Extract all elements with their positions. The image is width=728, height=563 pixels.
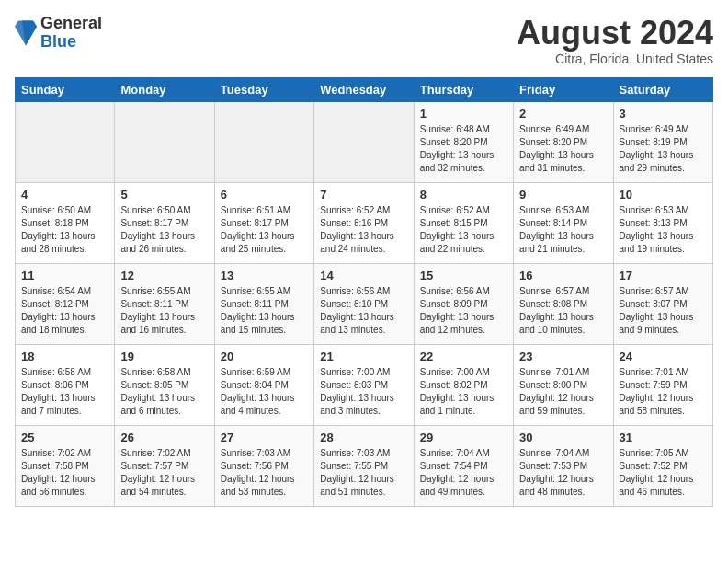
day-number: 14	[320, 269, 407, 282]
day-info: Sunrise: 6:50 AM Sunset: 8:18 PM Dayligh…	[21, 204, 108, 256]
calendar-week-row: 25Sunrise: 7:02 AM Sunset: 7:58 PM Dayli…	[16, 425, 713, 506]
calendar-day-cell: 29Sunrise: 7:04 AM Sunset: 7:54 PM Dayli…	[414, 425, 513, 506]
day-number: 12	[120, 269, 208, 282]
calendar-day-cell: 23Sunrise: 7:01 AM Sunset: 8:00 PM Dayli…	[514, 344, 613, 425]
day-number: 18	[21, 350, 108, 363]
day-info: Sunrise: 6:58 AM Sunset: 8:05 PM Dayligh…	[120, 366, 208, 418]
day-info: Sunrise: 6:52 AM Sunset: 8:16 PM Dayligh…	[320, 204, 407, 256]
calendar-day-cell: 10Sunrise: 6:53 AM Sunset: 8:13 PM Dayli…	[613, 182, 712, 263]
calendar-day-cell: 30Sunrise: 7:04 AM Sunset: 7:53 PM Dayli…	[514, 425, 613, 506]
calendar-day-cell: 14Sunrise: 6:56 AM Sunset: 8:10 PM Dayli…	[314, 263, 414, 344]
calendar-day-cell: 6Sunrise: 6:51 AM Sunset: 8:17 PM Daylig…	[214, 182, 313, 263]
calendar-day-cell: 12Sunrise: 6:55 AM Sunset: 8:11 PM Dayli…	[115, 263, 214, 344]
calendar-day-cell: 3Sunrise: 6:49 AM Sunset: 8:19 PM Daylig…	[613, 101, 712, 182]
day-info: Sunrise: 6:56 AM Sunset: 8:10 PM Dayligh…	[320, 285, 407, 337]
calendar-day-cell: 20Sunrise: 6:59 AM Sunset: 8:04 PM Dayli…	[214, 344, 313, 425]
day-info: Sunrise: 7:05 AM Sunset: 7:52 PM Dayligh…	[620, 447, 707, 499]
weekday-header: Monday	[115, 77, 214, 101]
calendar-day-cell	[115, 101, 214, 182]
day-number: 22	[420, 350, 507, 363]
day-info: Sunrise: 7:04 AM Sunset: 7:53 PM Dayligh…	[519, 447, 607, 499]
page-header: General Blue August 2024 Citra, Florida,…	[15, 15, 713, 66]
weekday-header: Friday	[514, 77, 613, 101]
title-block: August 2024 Citra, Florida, United State…	[517, 15, 713, 66]
day-number: 4	[21, 188, 108, 201]
day-info: Sunrise: 6:55 AM Sunset: 8:11 PM Dayligh…	[120, 285, 208, 337]
calendar-week-row: 4Sunrise: 6:50 AM Sunset: 8:18 PM Daylig…	[16, 182, 713, 263]
day-info: Sunrise: 6:52 AM Sunset: 8:15 PM Dayligh…	[420, 204, 507, 256]
day-number: 11	[21, 269, 108, 282]
calendar-day-cell: 24Sunrise: 7:01 AM Sunset: 7:59 PM Dayli…	[613, 344, 712, 425]
day-info: Sunrise: 6:54 AM Sunset: 8:12 PM Dayligh…	[21, 285, 108, 337]
calendar-table: SundayMondayTuesdayWednesdayThursdayFrid…	[15, 77, 713, 507]
day-number: 9	[519, 188, 607, 201]
day-number: 24	[620, 350, 707, 363]
day-info: Sunrise: 6:49 AM Sunset: 8:20 PM Dayligh…	[519, 123, 607, 175]
calendar-day-cell: 4Sunrise: 6:50 AM Sunset: 8:18 PM Daylig…	[16, 182, 115, 263]
calendar-day-cell: 21Sunrise: 7:00 AM Sunset: 8:03 PM Dayli…	[314, 344, 414, 425]
day-info: Sunrise: 6:57 AM Sunset: 8:08 PM Dayligh…	[519, 285, 607, 337]
calendar-day-cell: 16Sunrise: 6:57 AM Sunset: 8:08 PM Dayli…	[514, 263, 613, 344]
calendar-day-cell	[214, 101, 313, 182]
calendar-day-cell: 2Sunrise: 6:49 AM Sunset: 8:20 PM Daylig…	[514, 101, 613, 182]
day-number: 15	[420, 269, 507, 282]
weekday-header-row: SundayMondayTuesdayWednesdayThursdayFrid…	[16, 77, 713, 101]
day-number: 8	[420, 188, 507, 201]
day-info: Sunrise: 6:48 AM Sunset: 8:20 PM Dayligh…	[420, 123, 507, 175]
day-number: 7	[320, 188, 407, 201]
day-info: Sunrise: 6:59 AM Sunset: 8:04 PM Dayligh…	[221, 366, 308, 418]
day-info: Sunrise: 6:53 AM Sunset: 8:14 PM Dayligh…	[519, 204, 607, 256]
logo-icon	[15, 20, 37, 46]
weekday-header: Thursday	[414, 77, 513, 101]
calendar-day-cell: 9Sunrise: 6:53 AM Sunset: 8:14 PM Daylig…	[514, 182, 613, 263]
day-number: 29	[420, 431, 507, 444]
day-info: Sunrise: 7:00 AM Sunset: 8:02 PM Dayligh…	[420, 366, 507, 418]
calendar-day-cell: 25Sunrise: 7:02 AM Sunset: 7:58 PM Dayli…	[16, 425, 115, 506]
calendar-day-cell: 27Sunrise: 7:03 AM Sunset: 7:56 PM Dayli…	[214, 425, 313, 506]
day-number: 20	[221, 350, 308, 363]
calendar-day-cell: 28Sunrise: 7:03 AM Sunset: 7:55 PM Dayli…	[314, 425, 414, 506]
calendar-day-cell: 8Sunrise: 6:52 AM Sunset: 8:15 PM Daylig…	[414, 182, 513, 263]
day-number: 5	[120, 188, 208, 201]
day-info: Sunrise: 6:50 AM Sunset: 8:17 PM Dayligh…	[120, 204, 208, 256]
day-info: Sunrise: 6:55 AM Sunset: 8:11 PM Dayligh…	[221, 285, 308, 337]
day-info: Sunrise: 7:01 AM Sunset: 8:00 PM Dayligh…	[519, 366, 607, 418]
calendar-day-cell: 31Sunrise: 7:05 AM Sunset: 7:52 PM Dayli…	[613, 425, 712, 506]
calendar-day-cell: 19Sunrise: 6:58 AM Sunset: 8:05 PM Dayli…	[115, 344, 214, 425]
logo: General Blue	[15, 15, 102, 52]
day-number: 21	[320, 350, 407, 363]
calendar-day-cell: 11Sunrise: 6:54 AM Sunset: 8:12 PM Dayli…	[16, 263, 115, 344]
day-number: 28	[320, 431, 407, 444]
day-number: 13	[221, 269, 308, 282]
day-number: 3	[620, 107, 707, 121]
day-number: 19	[120, 350, 208, 363]
calendar-day-cell: 22Sunrise: 7:00 AM Sunset: 8:02 PM Dayli…	[414, 344, 513, 425]
day-number: 17	[620, 269, 707, 282]
day-number: 1	[420, 107, 507, 121]
calendar-week-row: 11Sunrise: 6:54 AM Sunset: 8:12 PM Dayli…	[16, 263, 713, 344]
calendar-day-cell: 18Sunrise: 6:58 AM Sunset: 8:06 PM Dayli…	[16, 344, 115, 425]
day-info: Sunrise: 7:02 AM Sunset: 7:57 PM Dayligh…	[120, 447, 208, 499]
day-number: 26	[120, 431, 208, 444]
day-info: Sunrise: 7:00 AM Sunset: 8:03 PM Dayligh…	[320, 366, 407, 418]
calendar-week-row: 18Sunrise: 6:58 AM Sunset: 8:06 PM Dayli…	[16, 344, 713, 425]
day-number: 25	[21, 431, 108, 444]
calendar-day-cell	[314, 101, 414, 182]
day-info: Sunrise: 6:56 AM Sunset: 8:09 PM Dayligh…	[420, 285, 507, 337]
day-info: Sunrise: 6:58 AM Sunset: 8:06 PM Dayligh…	[21, 366, 108, 418]
weekday-header: Wednesday	[314, 77, 414, 101]
day-number: 30	[519, 431, 607, 444]
weekday-header: Sunday	[16, 77, 115, 101]
calendar-day-cell: 17Sunrise: 6:57 AM Sunset: 8:07 PM Dayli…	[613, 263, 712, 344]
calendar-day-cell: 26Sunrise: 7:02 AM Sunset: 7:57 PM Dayli…	[115, 425, 214, 506]
calendar-title: August 2024	[517, 15, 713, 52]
day-info: Sunrise: 7:02 AM Sunset: 7:58 PM Dayligh…	[21, 447, 108, 499]
calendar-subtitle: Citra, Florida, United States	[517, 52, 713, 66]
day-info: Sunrise: 7:03 AM Sunset: 7:56 PM Dayligh…	[221, 447, 308, 499]
weekday-header: Tuesday	[214, 77, 313, 101]
calendar-week-row: 1Sunrise: 6:48 AM Sunset: 8:20 PM Daylig…	[16, 101, 713, 182]
logo-general: General	[40, 15, 102, 33]
calendar-day-cell: 5Sunrise: 6:50 AM Sunset: 8:17 PM Daylig…	[115, 182, 214, 263]
calendar-day-cell: 15Sunrise: 6:56 AM Sunset: 8:09 PM Dayli…	[414, 263, 513, 344]
day-number: 23	[519, 350, 607, 363]
